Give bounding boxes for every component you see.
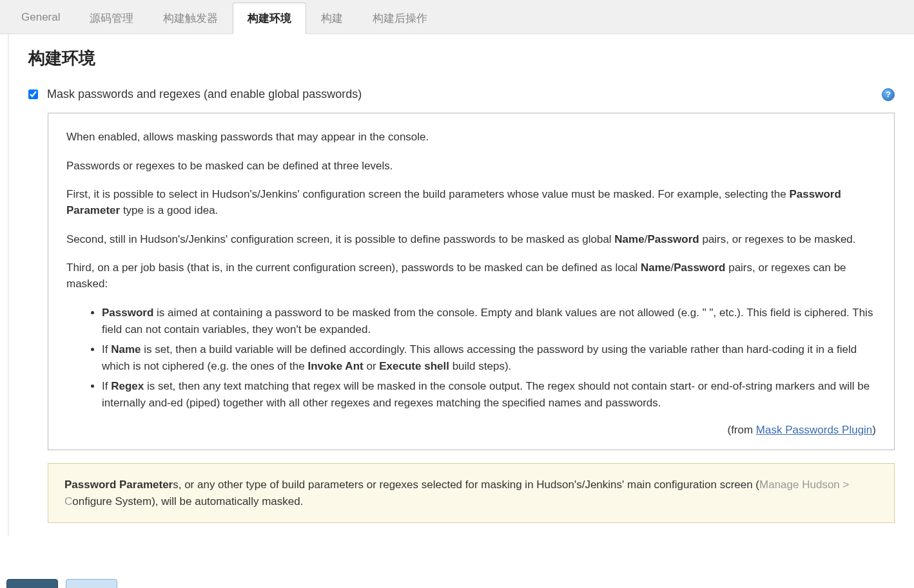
notice-box: Password Parameters, or any other type o…	[48, 463, 895, 523]
help-box: When enabled, allows masking passwords t…	[48, 113, 895, 450]
tab-build[interactable]: 构建	[306, 3, 358, 33]
help-p1: When enabled, allows masking passwords t…	[66, 129, 876, 146]
help-p3: First, it is possible to select in Hudso…	[66, 187, 876, 218]
help-li-name: If Name is set, then a build variable wi…	[102, 341, 876, 374]
mask-passwords-checkbox[interactable]	[28, 90, 38, 99]
help-list: Password is aimed at containing a passwo…	[102, 305, 876, 411]
tab-scm[interactable]: 源码管理	[75, 3, 148, 33]
mask-passwords-row: Mask passwords and regexes (and enable g…	[28, 88, 895, 101]
tab-general[interactable]: General	[6, 3, 75, 33]
help-li-regex: If Regex is set, then any text matching …	[102, 378, 876, 411]
tab-bar: General 源码管理 构建触发器 构建环境 构建 构建后操作	[0, 0, 914, 34]
help-p2: Passwords or regexes to be masked can be…	[66, 158, 876, 175]
help-icon[interactable]: ?	[882, 88, 895, 101]
content-area: 构建环境 Mask passwords and regexes (and ena…	[8, 34, 914, 536]
tab-triggers[interactable]: 构建触发器	[148, 3, 233, 33]
help-p5: Third, on a per job basis (that is, in t…	[66, 260, 876, 292]
help-from-line: (from Mask Passwords Plugin)	[66, 424, 876, 437]
help-li-password: Password is aimed at containing a passwo…	[102, 305, 876, 337]
tab-post-build[interactable]: 构建后操作	[358, 3, 442, 33]
mask-passwords-plugin-link[interactable]: Mask Passwords Plugin	[756, 424, 872, 436]
tab-build-env[interactable]: 构建环境	[233, 3, 306, 34]
help-p4: Second, still in Hudson's/Jenkins' confi…	[66, 232, 876, 248]
mask-passwords-label[interactable]: Mask passwords and regexes (and enable g…	[47, 88, 882, 101]
section-title: 构建环境	[28, 47, 895, 70]
